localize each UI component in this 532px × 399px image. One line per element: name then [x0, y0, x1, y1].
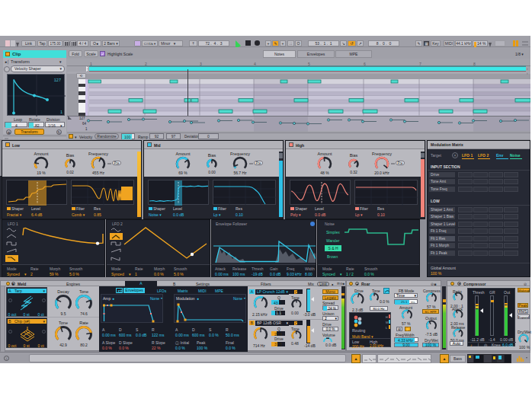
svg-text:Bias: Bias	[350, 153, 358, 158]
svg-text:42.9: 42.9	[59, 343, 67, 347]
svg-text:Rate: Rate	[79, 321, 88, 325]
svg-text:1: 1	[60, 110, 62, 114]
svg-text:455 Hz: 455 Hz	[92, 171, 104, 175]
svg-text:69 %: 69 %	[178, 171, 187, 175]
svg-text:56.7 Hz: 56.7 Hz	[233, 171, 247, 175]
svg-text:Bias: Bias	[66, 153, 75, 158]
svg-text:9.5: 9.5	[61, 311, 66, 316]
svg-text:Frequency: Frequency	[88, 152, 108, 156]
svg-text:Tone: Tone	[59, 321, 68, 325]
svg-text:74.6: 74.6	[80, 311, 88, 316]
svg-text:0.00: 0.00	[208, 170, 216, 174]
svg-text:Bias: Bias	[208, 153, 216, 158]
svg-text:Amount: Amount	[34, 152, 49, 156]
svg-text:Tone: Tone	[79, 289, 88, 294]
svg-text:48 %: 48 %	[320, 171, 329, 175]
svg-text:127: 127	[54, 78, 61, 82]
svg-text:19 %: 19 %	[37, 171, 46, 175]
svg-text:Amount: Amount	[176, 152, 191, 156]
svg-text:Decay: Decay	[57, 289, 69, 294]
svg-text:80.2: 80.2	[80, 343, 88, 347]
svg-text:20.0 kHz: 20.0 kHz	[374, 171, 389, 175]
svg-text:0.02: 0.02	[66, 170, 74, 174]
svg-text:Amount: Amount	[318, 152, 332, 156]
svg-text:Frequency: Frequency	[230, 152, 250, 156]
svg-text:Frequency: Frequency	[372, 152, 392, 156]
svg-text:0.32: 0.32	[350, 170, 357, 174]
